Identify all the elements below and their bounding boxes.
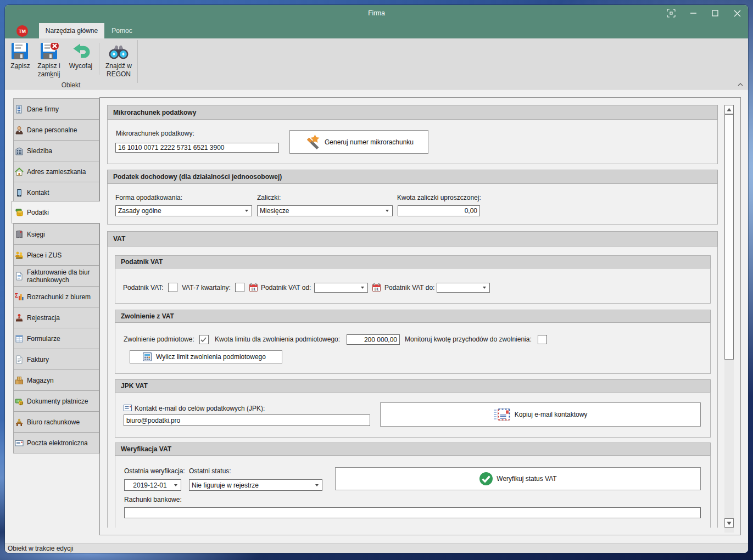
svg-text:31: 31 [251,287,255,292]
svg-text:zł: zł [20,401,23,405]
svg-text:Σ: Σ [15,293,18,299]
svg-text:31: 31 [374,287,378,292]
